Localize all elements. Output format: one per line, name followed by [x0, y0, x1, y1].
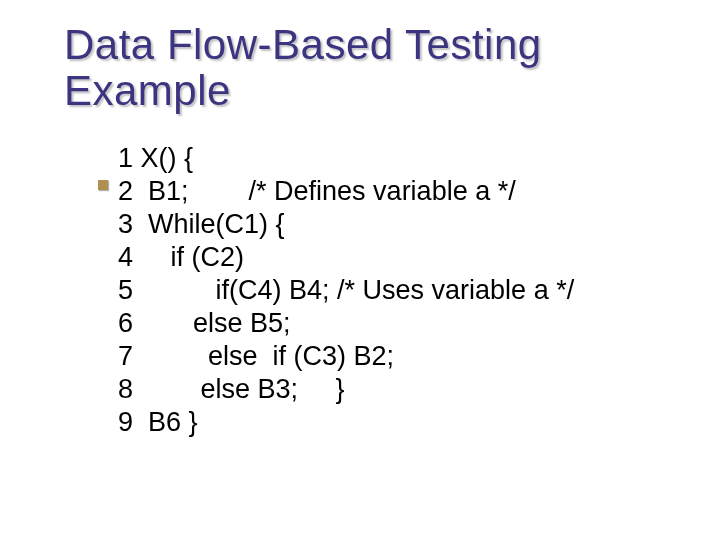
code-line-1: 1 X() {	[118, 142, 672, 175]
code-line-9: 9 B6 }	[118, 406, 672, 439]
code-line-8: 8 else B3; }	[118, 373, 672, 406]
slide-container: Data Flow-Based Testing Example 1 X() { …	[0, 0, 720, 439]
code-line-4: 4 if (C2)	[118, 241, 672, 274]
title-block: Data Flow-Based Testing Example	[64, 22, 672, 114]
code-line-3: 3 While(C1) {	[118, 208, 672, 241]
code-line-6: 6 else B5;	[118, 307, 672, 340]
slide-title-line1: Data Flow-Based Testing	[64, 22, 672, 68]
bullet-marker-icon	[98, 180, 108, 190]
code-block: 1 X() { 2 B1; /* Defines variable a */ 3…	[64, 142, 672, 438]
slide-title-line2: Example	[64, 68, 672, 114]
code-line-2: 2 B1; /* Defines variable a */	[118, 175, 672, 208]
code-line-5: 5 if(C4) B4; /* Uses variable a */	[118, 274, 672, 307]
code-line-7: 7 else if (C3) B2;	[118, 340, 672, 373]
